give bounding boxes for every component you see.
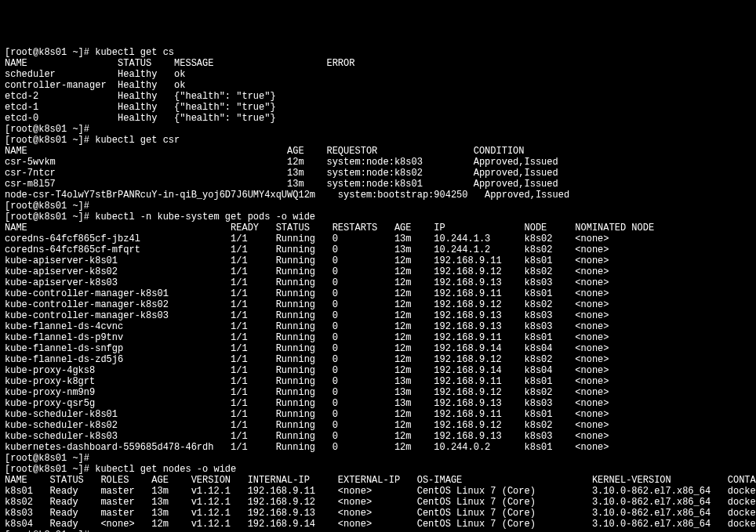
terminal-line: coredns-64fcf865cf-jbz4l 1/1 Running 0 1…	[5, 233, 751, 244]
terminal-line: node-csr-T4olwY7stBrPANRcuY-in-qiB_yoj6D…	[5, 190, 751, 201]
terminal-line: NAME READY STATUS RESTARTS AGE IP NODE N…	[5, 223, 751, 233]
terminal-line: etcd-2 Healthy {"health": "true"}	[5, 91, 751, 102]
terminal-line: [root@k8s01 ~]# kubectl get csr	[5, 135, 751, 146]
terminal-line: coredns-64fcf865cf-mfqrt 1/1 Running 0 1…	[5, 244, 751, 255]
terminal-line: kube-proxy-k8grt 1/1 Running 0 13m 192.1…	[5, 376, 751, 387]
terminal-line: kube-flannel-ds-zd5j6 1/1 Running 0 12m …	[5, 354, 751, 365]
terminal-line: [root@k8s01 ~]#	[5, 124, 751, 135]
terminal-output[interactable]: [root@k8s01 ~]# kubectl get csNAME STATU…	[5, 47, 751, 532]
terminal-line: kube-apiserver-k8s01 1/1 Running 0 12m 1…	[5, 255, 751, 266]
terminal-line: etcd-0 Healthy {"health": "true"}	[5, 113, 751, 124]
terminal-line: kube-controller-manager-k8s02 1/1 Runnin…	[5, 299, 751, 310]
terminal-line: [root@k8s01 ~]# kubectl get cs	[5, 47, 751, 58]
terminal-line: csr-7ntcr 13m system:node:k8s02 Approved…	[5, 168, 751, 179]
terminal-line: [root@k8s01 ~]# kubectl get nodes -o wid…	[5, 464, 751, 475]
terminal-line: [root@k8s01 ~]#	[5, 453, 751, 464]
terminal-line: k8s01 Ready master 13m v1.12.1 192.168.9…	[5, 486, 751, 497]
terminal-line: etcd-1 Healthy {"health": "true"}	[5, 102, 751, 113]
terminal-line: kube-apiserver-k8s03 1/1 Running 0 12m 1…	[5, 277, 751, 288]
terminal-line: kube-apiserver-k8s02 1/1 Running 0 12m 1…	[5, 266, 751, 277]
terminal-line: kube-flannel-ds-p9tnv 1/1 Running 0 12m …	[5, 332, 751, 343]
terminal-line: controller-manager Healthy ok	[5, 80, 751, 91]
terminal-line: kubernetes-dashboard-559685d478-46rdh 1/…	[5, 442, 751, 453]
terminal-line: k8s02 Ready master 13m v1.12.1 192.168.9…	[5, 497, 751, 508]
terminal-line: kube-flannel-ds-4cvnc 1/1 Running 0 12m …	[5, 321, 751, 332]
terminal-line: kube-proxy-qsr5g 1/1 Running 0 13m 192.1…	[5, 398, 751, 409]
terminal-line: kube-proxy-nm9n9 1/1 Running 0 13m 192.1…	[5, 387, 751, 398]
terminal-line: NAME STATUS MESSAGE ERROR	[5, 58, 751, 69]
terminal-line: kube-scheduler-k8s02 1/1 Running 0 12m 1…	[5, 420, 751, 431]
terminal-line: kube-scheduler-k8s03 1/1 Running 0 12m 1…	[5, 431, 751, 442]
terminal-line: [root@k8s01 ~]#	[5, 201, 751, 212]
terminal-line: k8s04 Ready <none> 12m v1.12.1 192.168.9…	[5, 519, 751, 530]
terminal-line: NAME AGE REQUESTOR CONDITION	[5, 146, 751, 157]
terminal-line: kube-proxy-4gks8 1/1 Running 0 12m 192.1…	[5, 365, 751, 376]
terminal-line: kube-flannel-ds-snfgp 1/1 Running 0 12m …	[5, 343, 751, 354]
terminal-line: kube-controller-manager-k8s01 1/1 Runnin…	[5, 288, 751, 299]
terminal-line: [root@k8s01 ~]# kubectl -n kube-system g…	[5, 212, 751, 223]
terminal-line: kube-controller-manager-k8s03 1/1 Runnin…	[5, 310, 751, 321]
terminal-line: scheduler Healthy ok	[5, 69, 751, 80]
terminal-line: csr-m8l57 13m system:node:k8s01 Approved…	[5, 179, 751, 190]
terminal-line: csr-5wvkm 12m system:node:k8s03 Approved…	[5, 157, 751, 168]
terminal-line: kube-scheduler-k8s01 1/1 Running 0 12m 1…	[5, 409, 751, 420]
terminal-line: NAME STATUS ROLES AGE VERSION INTERNAL-I…	[5, 475, 751, 486]
terminal-line: k8s03 Ready master 13m v1.12.1 192.168.9…	[5, 508, 751, 519]
